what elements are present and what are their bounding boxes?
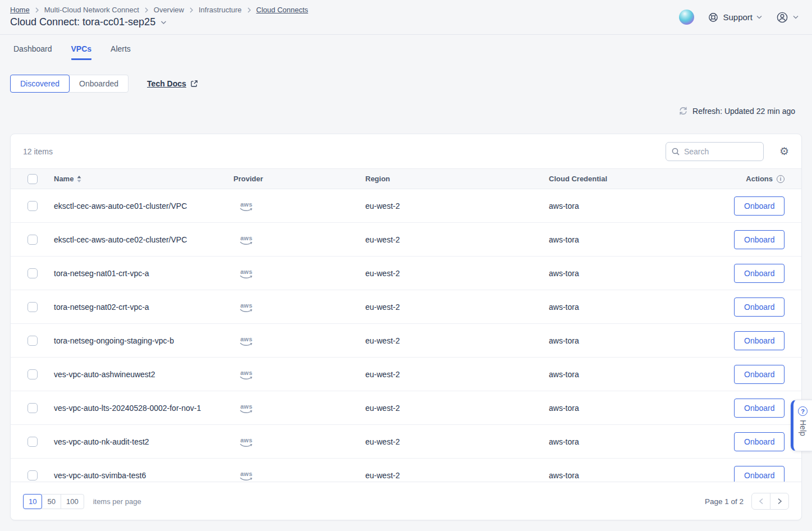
breadcrumb-cloud-connects[interactable]: Cloud Connects bbox=[256, 6, 309, 14]
breadcrumb-infrastructure[interactable]: Infrastructure bbox=[199, 6, 242, 14]
vpc-region: eu-west-2 bbox=[365, 336, 549, 345]
breadcrumb-overview[interactable]: Overview bbox=[154, 6, 184, 14]
page-size-50-button[interactable]: 50 bbox=[42, 494, 61, 509]
table-header-row: Name Provider Region Cloud Credential Ac… bbox=[11, 168, 801, 189]
vpc-region: eu-west-2 bbox=[365, 370, 549, 379]
tab-dashboard[interactable]: Dashboard bbox=[13, 44, 52, 60]
cloud-credential: aws-tora bbox=[549, 336, 734, 345]
vpcs-table-card: 12 items ⚙ Name Provider Region Cloud Cr… bbox=[10, 134, 802, 520]
gear-icon[interactable]: ⚙ bbox=[779, 146, 789, 157]
breadcrumb-mcn-connect[interactable]: Multi-Cloud Network Connect bbox=[44, 6, 139, 14]
aws-provider-icon: aws bbox=[239, 336, 254, 347]
column-header-name[interactable]: Name bbox=[54, 175, 74, 183]
sort-icon[interactable] bbox=[77, 176, 81, 182]
onboard-button[interactable]: Onboard bbox=[734, 331, 785, 350]
vpc-region: eu-west-2 bbox=[365, 471, 549, 480]
items-count: 12 items bbox=[23, 147, 53, 156]
vpc-name: eksctl-cec-aws-auto-ce02-cluster/VPC bbox=[54, 235, 233, 244]
onboard-button[interactable]: Onboard bbox=[734, 297, 785, 317]
search-icon bbox=[671, 147, 680, 156]
row-checkbox[interactable] bbox=[27, 369, 38, 379]
column-header-credential: Cloud Credential bbox=[549, 175, 734, 183]
column-header-provider: Provider bbox=[233, 175, 365, 183]
page-status: Page 1 of 2 bbox=[705, 497, 744, 506]
vpc-name: tora-netseg-ongoing-staging-vpc-b bbox=[54, 336, 233, 345]
row-checkbox[interactable] bbox=[27, 268, 38, 278]
help-tab[interactable]: ? Help bbox=[791, 400, 812, 451]
tech-docs-label: Tech Docs bbox=[147, 79, 186, 88]
tab-alerts[interactable]: Alerts bbox=[111, 44, 131, 60]
aws-provider-icon: aws bbox=[239, 404, 254, 414]
pager bbox=[751, 493, 789, 510]
next-page-button[interactable] bbox=[770, 493, 789, 510]
support-chevron-down-icon bbox=[756, 15, 762, 19]
refresh-label[interactable]: Refresh: Updated 22 min ago bbox=[692, 107, 795, 116]
page-title: Cloud Connect: tora-cc01-sep25 bbox=[10, 16, 155, 28]
search-box bbox=[666, 142, 764, 161]
cloud-credential: aws-tora bbox=[549, 404, 734, 413]
table-row: tora-netseg-nat01-crt-vpc-a aws eu-west-… bbox=[11, 257, 801, 290]
column-header-region: Region bbox=[365, 175, 549, 183]
breadcrumb-home[interactable]: Home bbox=[10, 6, 30, 14]
account-menu[interactable] bbox=[776, 11, 799, 24]
table-row: ves-vpc-auto-nk-audit-test2 aws eu-west-… bbox=[11, 425, 801, 459]
onboard-button[interactable]: Onboard bbox=[734, 196, 785, 216]
cloud-credential: aws-tora bbox=[549, 370, 734, 379]
search-input[interactable] bbox=[666, 142, 764, 161]
support-menu[interactable]: Support bbox=[708, 12, 762, 23]
info-icon[interactable]: i bbox=[777, 175, 785, 183]
table-row: ves-vpc-auto-svimba-test6 aws eu-west-2 … bbox=[11, 459, 801, 482]
onboard-button[interactable]: Onboard bbox=[734, 466, 785, 482]
filter-row: Discovered Onboarded Tech Docs bbox=[0, 75, 812, 93]
vpc-name: eksctl-cec-aws-auto-ce01-cluster/VPC bbox=[54, 202, 233, 210]
row-checkbox[interactable] bbox=[27, 201, 38, 211]
onboard-button[interactable]: Onboard bbox=[734, 264, 785, 283]
chevron-right-icon bbox=[35, 7, 39, 13]
onboard-button[interactable]: Onboard bbox=[734, 230, 785, 249]
discovered-segment-button[interactable]: Discovered bbox=[10, 75, 70, 93]
refresh-icon[interactable] bbox=[678, 106, 688, 116]
previous-page-button[interactable] bbox=[751, 493, 770, 510]
vpc-name: ves-vpc-auto-nk-audit-test2 bbox=[54, 437, 233, 446]
select-all-checkbox[interactable] bbox=[27, 174, 38, 184]
table-row: ves-vpc-auto-lts-20240528-0002-for-nov-1… bbox=[11, 391, 801, 425]
vpc-region: eu-west-2 bbox=[365, 269, 549, 278]
cloud-credential: aws-tora bbox=[549, 202, 734, 210]
discovered-onboarded-segment: Discovered Onboarded bbox=[10, 75, 129, 93]
cloud-credential: aws-tora bbox=[549, 235, 734, 244]
assistant-orb-icon[interactable] bbox=[679, 10, 694, 25]
onboard-button[interactable]: Onboard bbox=[734, 399, 785, 418]
account-icon bbox=[776, 11, 789, 24]
page-size-10-button[interactable]: 10 bbox=[23, 494, 42, 509]
onboard-button[interactable]: Onboard bbox=[734, 365, 785, 384]
support-label: Support bbox=[723, 12, 753, 22]
title-chevron-down-icon[interactable] bbox=[160, 20, 167, 25]
page-size-100-button[interactable]: 100 bbox=[61, 494, 84, 509]
chevron-right-icon bbox=[189, 7, 194, 13]
row-checkbox[interactable] bbox=[27, 470, 38, 480]
row-checkbox[interactable] bbox=[27, 235, 38, 245]
row-checkbox[interactable] bbox=[27, 403, 38, 413]
aws-provider-icon: aws bbox=[239, 471, 254, 482]
tab-bar: Dashboard VPCs Alerts bbox=[0, 44, 812, 60]
aws-provider-icon: aws bbox=[239, 437, 254, 448]
vpc-name: tora-netseg-nat01-crt-vpc-a bbox=[54, 269, 233, 278]
vpc-region: eu-west-2 bbox=[365, 303, 549, 312]
chevron-right-icon bbox=[144, 7, 149, 13]
tech-docs-link[interactable]: Tech Docs bbox=[147, 79, 198, 88]
top-bar: Home Multi-Cloud Network Connect Overvie… bbox=[0, 0, 812, 35]
items-per-page-label: items per page bbox=[93, 497, 141, 506]
table-row: eksctl-cec-aws-auto-ce01-cluster/VPC aws… bbox=[11, 189, 801, 223]
row-checkbox[interactable] bbox=[27, 437, 38, 447]
row-checkbox[interactable] bbox=[27, 336, 38, 346]
row-checkbox[interactable] bbox=[27, 302, 38, 312]
onboard-button[interactable]: Onboard bbox=[734, 432, 785, 451]
question-circle-icon: ? bbox=[798, 406, 808, 416]
vpc-name: ves-vpc-auto-svimba-test6 bbox=[54, 471, 233, 480]
onboarded-segment-button[interactable]: Onboarded bbox=[69, 75, 129, 93]
aws-provider-icon: aws bbox=[239, 303, 254, 313]
vpc-region: eu-west-2 bbox=[365, 202, 549, 210]
vpc-region: eu-west-2 bbox=[365, 404, 549, 413]
help-label: Help bbox=[799, 420, 808, 436]
tab-vpcs[interactable]: VPCs bbox=[71, 44, 92, 60]
